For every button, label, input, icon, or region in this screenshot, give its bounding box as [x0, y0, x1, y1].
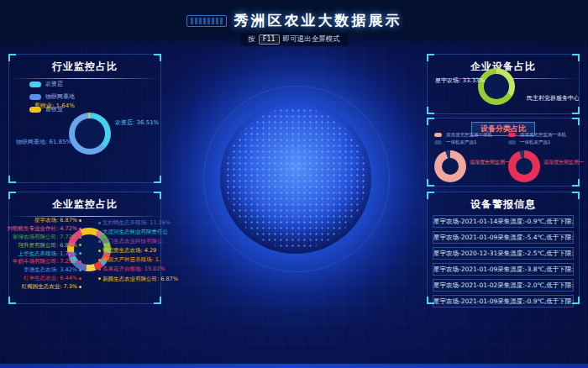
donut-hole: [75, 118, 105, 149]
label-dot: [98, 240, 101, 243]
f11-key-badge: F11: [259, 34, 280, 45]
enterprise-labels-right: 北刘鸭生态养殖场: 11.16%大运河生态牧业有限责任公陶门生态农业科技有限公鸭…: [98, 220, 162, 286]
series-label: 中奶牛场有限公司: 7.29%: [13, 259, 81, 265]
alarm-row: 星宇农场-2021-01-09采集温度:-3.8℃,低于下限:0℃: [433, 263, 574, 276]
panel-title: 设备警报信息: [428, 192, 579, 212]
panel-title: 行业监控占比: [9, 55, 160, 74]
legend-item[interactable]: 温湿度光照监测一体机: [434, 132, 492, 138]
header: 秀洲区农业大数据展示 按 F11 即可退出全屏模式: [0, 0, 588, 49]
legend-item[interactable]: 物联网基地: [29, 92, 75, 101]
donut-hole: [442, 158, 459, 175]
label-dot: [98, 259, 101, 261]
series-label: 星宇农场: 6.87%: [34, 218, 81, 223]
title-divider: [9, 78, 160, 79]
title-divider: [9, 216, 160, 217]
legend-swatch: [434, 133, 442, 137]
legend-label: 农资店: [45, 80, 63, 88]
corner-accent: [572, 118, 580, 125]
series-label: 民主村党群服务中心:: [527, 94, 579, 103]
panel-equipment-ratio: 企业设备占比 星宇农场: 33.33% 民主村党群服务中心:: [427, 54, 580, 114]
series-label: 瓜果花卉自留地: 15.02%: [98, 266, 165, 272]
series-label: 上华生态养殖场: 1.72%: [18, 251, 81, 257]
panel-enterprise-monitor: 企业监控占比 星宇农场: 6.87%刘明粮鱼专业合作社: 4.72%家绿农场有限…: [8, 192, 161, 304]
label-dot: [79, 286, 81, 288]
series-label: 温湿度光照监测一: [543, 159, 584, 166]
device-legend-left: 温湿度光照监测一体机一体机农产品1: [434, 132, 492, 147]
series-label: 翔升发有限公司: 6.87%: [18, 243, 81, 249]
series-label: 家绿农场有限公司: 7.72%: [13, 234, 81, 240]
corner-accent: [572, 107, 580, 114]
panel-device-alarms: 设备警报信息 星宇农场-2021-01-14采集温度:-0.9℃,低于下限:0℃…: [427, 192, 580, 304]
donut-hole: [516, 158, 533, 175]
series-label: 温湿度光照监测一: [470, 159, 510, 166]
series-label: 大运河生态牧业有限责任公: [98, 229, 168, 235]
panel-industry-monitor: 行业监控占比 农资店物联网基地畜牧业 畜牧业: 1.64% 农资店: 36.51…: [8, 54, 161, 183]
legend-label: 一体机农产品1: [520, 139, 551, 145]
label-dot: [79, 219, 81, 222]
series-label: 李强生态农场: 3.42%: [24, 267, 81, 273]
label-dot: [98, 277, 101, 280]
label-dot: [79, 277, 81, 280]
legend-item[interactable]: 农资店: [29, 80, 75, 88]
alarm-list: 星宇农场-2021-01-14采集温度:-0.9℃,低于下限:0℃星宇农场-20…: [428, 212, 579, 308]
label-dot: [98, 250, 101, 252]
series-label: 丰圆大产种苗养殖场: 1.: [98, 257, 160, 263]
legend-item[interactable]: 温湿度光照监测一体机: [508, 132, 566, 138]
device-legend-right: 温湿度光照监测一体机一体机农产品1: [508, 132, 566, 147]
series-label: 星宇农场: 33.33%: [435, 76, 485, 85]
dashboard: { "header": { "title": "秀洲区农业大数据展示", "fu…: [0, 0, 588, 368]
alarm-row: 星宇农场-2021-01-09采集温度:-5.4℃,低于下限:0℃: [433, 231, 574, 244]
series-label: 物联网基地: 61.85%: [16, 138, 71, 146]
device-donut-left[interactable]: [434, 150, 466, 182]
legend-swatch: [508, 133, 516, 137]
donut-hole: [484, 74, 509, 99]
alarm-row: 星宇农场-2021-01-09采集温度:-0.9℃,低于下限:0℃: [433, 295, 574, 308]
corner-accent: [8, 297, 16, 304]
series-label: 北刘鸭生态养殖场: 11.16%: [98, 220, 171, 226]
legend-label: 温湿度光照监测一体机: [520, 132, 566, 138]
label-dot: [79, 236, 81, 239]
legend-item[interactable]: 一体机农产品1: [508, 139, 566, 145]
series-label: 红丰生态农业: 6.44%: [24, 276, 81, 281]
enterprise-labels-left: 星宇农场: 6.87%刘明粮鱼专业合作社: 4.72%家绿农场有限公司: 7.7…: [11, 218, 81, 292]
legend-label: 温湿度光照监测一体机: [446, 132, 492, 138]
device-class-chart-left: 温湿度光照监测一体机一体机农产品1 温湿度光照监测一: [431, 132, 503, 184]
series-label: 新颜生态农业有限公司: 6.87%: [98, 276, 178, 282]
series-label: 畜牧业: 1.64%: [34, 102, 75, 110]
globe-visualization[interactable]: [220, 103, 371, 254]
corner-accent: [154, 176, 161, 183]
legend-label: 物联网基地: [45, 92, 75, 101]
label-dot: [79, 244, 81, 246]
corner-accent: [427, 107, 434, 114]
label-dot: [79, 269, 81, 271]
legend-item[interactable]: 一体机农产品1: [434, 139, 492, 145]
series-label: 农资店: 36.51%: [115, 118, 159, 127]
series-label: 鸭恋窝生态农场: 4.29: [98, 248, 156, 254]
alarm-row: 星宇农场-2021-01-14采集温度:-0.9℃,低于下限:0℃: [433, 215, 574, 228]
series-label: 红梅园生态农业: 7.3%: [22, 284, 81, 290]
panel-title: 企业监控占比: [9, 192, 160, 212]
corner-accent: [154, 297, 161, 304]
industry-legend: 农资店物联网基地畜牧业: [29, 80, 75, 118]
page-title: 秀洲区农业大数据展示: [234, 11, 402, 30]
label-dot: [79, 260, 81, 263]
series-label: 陶门生态农业科技有限公: [98, 239, 163, 244]
alarm-row: 星宇农场-2021-01-02采集温度:-2.0℃,低于下限:0℃: [433, 279, 574, 292]
label-dot: [79, 252, 81, 255]
equipment-donut-chart[interactable]: [478, 68, 515, 105]
footer-bar: [0, 364, 588, 368]
legend-swatch: [434, 140, 442, 145]
label-dot: [98, 222, 101, 224]
industry-donut-chart[interactable]: [69, 113, 111, 155]
device-class-chart-right: 温湿度光照监测一体机一体机农产品1 温湿度光照监测一: [505, 132, 577, 184]
legend-swatch: [508, 140, 516, 145]
series-label: 刘明粮鱼专业合作社: 4.72%: [8, 226, 81, 232]
alarm-row: 星宇农场-2020-12-31采集温度:-2.5℃,低于下限:0℃: [433, 247, 574, 260]
legend-swatch: [29, 94, 41, 100]
legend-swatch: [29, 81, 41, 87]
brand-logo: [186, 15, 227, 27]
label-dot: [98, 231, 101, 234]
legend-label: 一体机农产品1: [446, 139, 477, 145]
device-donut-right[interactable]: [508, 150, 540, 182]
label-dot: [98, 268, 101, 271]
